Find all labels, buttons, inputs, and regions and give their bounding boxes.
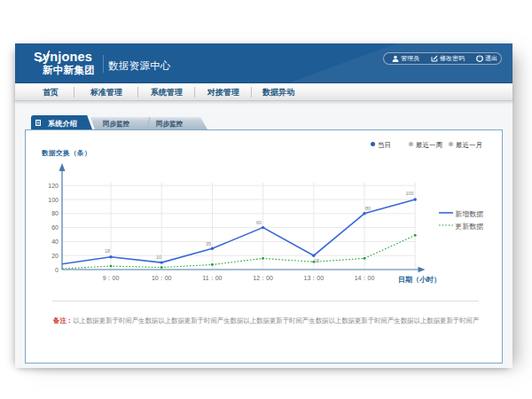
- svg-text:40: 40: [51, 239, 59, 245]
- svg-text:15: 15: [314, 258, 319, 263]
- svg-text:14：00: 14：00: [355, 275, 375, 281]
- svg-text:20: 20: [51, 253, 59, 259]
- svg-text:13：00: 13：00: [304, 275, 325, 281]
- svg-text:60: 60: [256, 220, 262, 225]
- svg-text:60: 60: [51, 224, 59, 231]
- svg-text:80: 80: [51, 210, 59, 216]
- svg-text:9：00: 9：00: [103, 275, 120, 281]
- svg-text:10: 10: [156, 254, 161, 260]
- svg-text:100: 100: [405, 191, 413, 196]
- svg-text:11：00: 11：00: [202, 275, 222, 281]
- svg-text:80: 80: [365, 206, 371, 211]
- svg-text:0: 0: [55, 267, 59, 273]
- svg-text:35: 35: [206, 241, 211, 246]
- svg-text:10：00: 10：00: [152, 275, 172, 281]
- svg-text:12：00: 12：00: [253, 275, 273, 281]
- svg-text:120: 120: [48, 183, 59, 189]
- svg-text:18: 18: [105, 248, 110, 254]
- svg-text:100: 100: [48, 197, 59, 203]
